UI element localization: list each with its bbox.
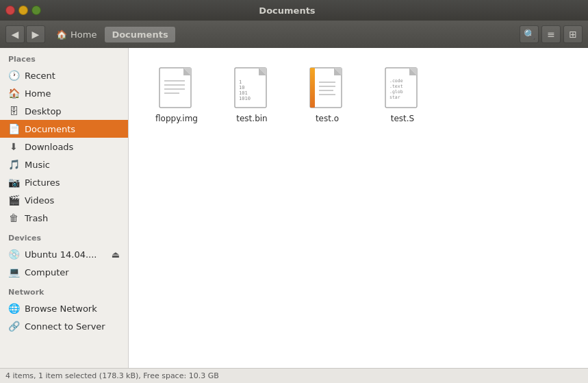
- sidebar-item-recent-label: Recent: [25, 71, 55, 81]
- grid-icon: ⊞: [569, 29, 577, 40]
- music-icon: 🎵: [8, 159, 19, 170]
- svg-text:.glob: .glob: [389, 89, 403, 95]
- sidebar-item-trash-label: Trash: [25, 213, 48, 223]
- test-o-name: test.o: [316, 114, 339, 123]
- nav-buttons: ◀ ▶: [5, 25, 45, 43]
- section-network: Network: [0, 281, 128, 299]
- sidebar-item-music-label: Music: [25, 160, 50, 170]
- menu-button[interactable]: ≡: [541, 25, 561, 43]
- sidebar-item-computer-label: Computer: [25, 267, 69, 277]
- titlebar: Documents: [0, 0, 588, 21]
- sidebar-item-desktop[interactable]: 🗄 Desktop: [0, 102, 128, 120]
- sidebar-item-connect-server[interactable]: 🔗 Connect to Server: [0, 317, 128, 335]
- file-item-test-o[interactable]: test.o: [293, 62, 361, 129]
- sidebar-item-videos-label: Videos: [25, 195, 54, 206]
- pictures-icon: 📷: [8, 177, 19, 188]
- main-area: Places 🕐 Recent 🏠 Home 🗄 Desktop 📄 Docum…: [0, 48, 588, 368]
- forward-button[interactable]: ▶: [26, 25, 45, 43]
- window-title: Documents: [47, 5, 528, 16]
- window-controls: [5, 5, 41, 15]
- sidebar-item-trash[interactable]: 🗑 Trash: [0, 209, 128, 227]
- eject-button[interactable]: ⏏: [112, 249, 120, 260]
- svg-text:.text: .text: [389, 84, 403, 89]
- close-button[interactable]: [5, 5, 15, 15]
- sidebar-item-videos[interactable]: 🎬 Videos: [0, 191, 128, 209]
- test-bin-name: test.bin: [236, 114, 267, 123]
- toolbar-actions: 🔍 ≡ ⊞: [520, 25, 583, 43]
- sidebar-item-recent[interactable]: 🕐 Recent: [0, 66, 128, 84]
- videos-icon: 🎬: [8, 195, 19, 206]
- statusbar-text: 4 items, 1 item selected (178.3 kB), Fre…: [5, 371, 219, 380]
- test-bin-icon: 1 10 101 1010: [234, 67, 270, 110]
- minimize-button[interactable]: [18, 5, 28, 15]
- section-places: Places: [0, 48, 128, 66]
- sidebar-item-music[interactable]: 🎵 Music: [0, 156, 128, 173]
- downloads-icon: ⬇: [8, 141, 19, 152]
- sidebar-item-documents-label: Documents: [25, 124, 75, 134]
- sidebar-item-home[interactable]: 🏠 Home: [0, 84, 128, 102]
- menu-icon: ≡: [547, 29, 555, 40]
- sidebar-item-desktop-label: Desktop: [25, 106, 62, 116]
- svg-rect-17: [310, 68, 315, 108]
- floppy-img-icon: [159, 67, 194, 110]
- sidebar-item-downloads[interactable]: ⬇ Downloads: [0, 138, 128, 156]
- floppy-img-name: floppy.img: [155, 114, 198, 123]
- home-icon: 🏠: [56, 29, 67, 40]
- section-devices: Devices: [0, 227, 128, 245]
- breadcrumb-home-label: Home: [71, 29, 97, 40]
- ubuntu-icon: 💿: [8, 249, 19, 260]
- file-area: floppy.img 1 10 101 1010 test.bin: [129, 48, 588, 368]
- test-S-name: test.S: [391, 114, 414, 123]
- file-item-floppy-img[interactable]: floppy.img: [142, 62, 211, 129]
- sidebar-item-browse-network[interactable]: 🌐 Browse Network: [0, 299, 128, 317]
- sidebar-item-pictures-label: Pictures: [25, 177, 60, 188]
- sidebar: Places 🕐 Recent 🏠 Home 🗄 Desktop 📄 Docum…: [0, 48, 129, 368]
- svg-text:.code: .code: [389, 78, 403, 84]
- computer-icon: 💻: [8, 267, 19, 277]
- file-item-test-S[interactable]: .code .text .glob star test.S: [368, 62, 437, 129]
- sidebar-item-pictures[interactable]: 📷 Pictures: [0, 173, 128, 191]
- maximize-button[interactable]: [31, 5, 41, 15]
- sidebar-item-home-label: Home: [25, 88, 51, 99]
- trash-icon: 🗑: [8, 212, 19, 223]
- sidebar-item-downloads-label: Downloads: [25, 142, 73, 152]
- sidebar-item-browse-network-label: Browse Network: [25, 304, 97, 314]
- svg-text:101: 101: [239, 90, 248, 96]
- file-item-test-bin[interactable]: 1 10 101 1010 test.bin: [218, 62, 286, 129]
- back-button[interactable]: ◀: [5, 25, 25, 43]
- home-sidebar-icon: 🏠: [8, 88, 19, 99]
- breadcrumb-home[interactable]: 🏠 Home: [49, 27, 103, 42]
- sidebar-item-computer[interactable]: 💻 Computer: [0, 263, 128, 281]
- sidebar-item-documents[interactable]: 📄 Documents: [0, 120, 128, 138]
- file-grid: floppy.img 1 10 101 1010 test.bin: [142, 62, 574, 129]
- sidebar-item-connect-server-label: Connect to Server: [25, 321, 105, 332]
- breadcrumb: 🏠 Home Documents: [49, 27, 515, 42]
- svg-text:1010: 1010: [239, 96, 251, 101]
- svg-text:star: star: [389, 95, 400, 100]
- network-icon: 🌐: [8, 303, 19, 314]
- breadcrumb-documents-label: Documents: [112, 29, 168, 40]
- test-o-icon: [309, 67, 345, 110]
- desktop-icon: 🗄: [8, 106, 19, 116]
- svg-text:1: 1: [239, 79, 242, 85]
- sidebar-item-ubuntu-label: Ubuntu 14.04....: [25, 249, 97, 260]
- documents-icon: 📄: [8, 123, 19, 134]
- search-button[interactable]: 🔍: [520, 25, 539, 43]
- recent-icon: 🕐: [8, 70, 19, 81]
- sidebar-item-ubuntu[interactable]: 💿 Ubuntu 14.04.... ⏏: [0, 245, 128, 263]
- svg-text:10: 10: [239, 85, 244, 90]
- statusbar: 4 items, 1 item selected (178.3 kB), Fre…: [0, 368, 588, 383]
- toolbar: ◀ ▶ 🏠 Home Documents 🔍 ≡ ⊞: [0, 21, 588, 48]
- breadcrumb-documents[interactable]: Documents: [105, 27, 175, 42]
- grid-button[interactable]: ⊞: [563, 25, 583, 43]
- test-S-icon: .code .text .glob star: [385, 67, 420, 110]
- server-icon: 🔗: [8, 321, 19, 332]
- search-icon: 🔍: [524, 29, 535, 40]
